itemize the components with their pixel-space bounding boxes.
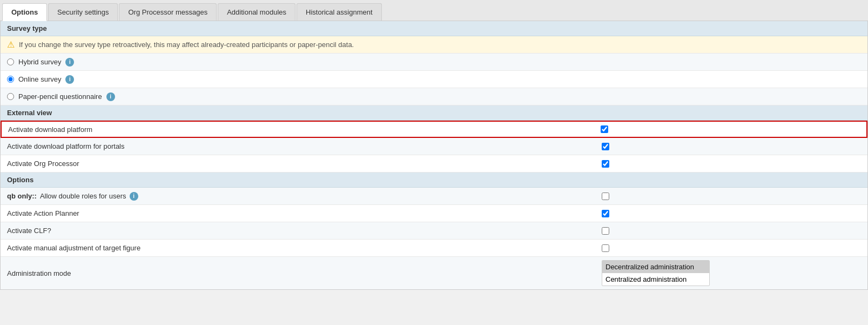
- hybrid-label: Hybrid survey: [18, 58, 61, 66]
- activate-action-planner-row: Activate Action Planner: [1, 205, 867, 222]
- online-survey-row: Online survey i: [1, 71, 867, 88]
- warning-text: If you change the survey type retroactiv…: [19, 41, 354, 49]
- activate-download-row: Activate download platform: [1, 121, 867, 138]
- tabs-container: Options Security settings Org Processor …: [0, 0, 868, 21]
- activate-org-processor-label: Activate Org Processor: [7, 160, 602, 168]
- online-label: Online survey: [18, 75, 61, 83]
- qb-only-checkbox[interactable]: [602, 193, 609, 200]
- administration-mode-label: Administration mode: [7, 269, 602, 277]
- qb-only-label: qb only:: Allow double roles for users i: [7, 192, 602, 201]
- tab-options[interactable]: Options: [2, 3, 47, 21]
- qb-only-row: qb only:: Allow double roles for users i: [1, 188, 867, 205]
- warning-icon: ⚠: [7, 39, 15, 50]
- qb-label2: Allow double roles for users: [40, 192, 126, 200]
- activate-download-portals-row: Activate download platform for portals: [1, 138, 867, 155]
- activate-org-processor-checkbox[interactable]: [602, 160, 609, 168]
- activate-download-control: [601, 125, 860, 133]
- activate-org-processor-control: [602, 160, 861, 168]
- survey-type-header: Survey type: [1, 21, 867, 36]
- paper-info-icon[interactable]: i: [106, 92, 115, 101]
- administration-mode-control: Decentralized administration Centralized…: [602, 260, 861, 286]
- hybrid-radio[interactable]: [7, 58, 14, 65]
- hybrid-survey-row: Hybrid survey i: [1, 54, 867, 71]
- activate-clf-row: Activate CLF?: [1, 222, 867, 240]
- activate-download-checkbox[interactable]: [601, 125, 608, 133]
- admin-option-decentralized[interactable]: Decentralized administration: [602, 261, 709, 273]
- hybrid-info-icon[interactable]: i: [65, 58, 74, 67]
- activate-action-planner-control: [602, 210, 861, 217]
- administration-mode-select[interactable]: Decentralized administration Centralized…: [602, 260, 710, 286]
- tab-historical[interactable]: Historical assignment: [297, 3, 382, 21]
- warning-row: ⚠ If you change the survey type retroact…: [1, 36, 867, 54]
- activate-clf-control: [602, 227, 861, 235]
- main-content: Survey type ⚠ If you change the survey t…: [0, 21, 868, 290]
- activate-manual-checkbox[interactable]: [602, 244, 609, 252]
- online-info-icon[interactable]: i: [65, 75, 74, 84]
- activate-download-portals-label: Activate download platform for portals: [7, 142, 602, 150]
- qb-bold-label: qb only::: [7, 192, 37, 200]
- activate-clf-checkbox[interactable]: [602, 227, 609, 235]
- external-view-header: External view: [1, 105, 867, 121]
- activate-manual-control: [602, 244, 861, 252]
- activate-download-portals-control: [602, 143, 861, 150]
- qb-info-icon[interactable]: i: [130, 192, 138, 201]
- activate-action-planner-checkbox[interactable]: [602, 210, 609, 217]
- tab-security[interactable]: Security settings: [48, 3, 118, 21]
- options-header: Options: [1, 173, 867, 188]
- activate-download-portals-checkbox[interactable]: [602, 143, 609, 150]
- online-radio[interactable]: [7, 76, 14, 83]
- paper-label: Paper-pencil questionnaire: [18, 92, 102, 101]
- activate-manual-row: Activate manual adjustment of target fig…: [1, 240, 867, 257]
- activate-download-label: Activate download platform: [8, 125, 601, 134]
- administration-mode-row: Administration mode Decentralized admini…: [1, 257, 867, 289]
- tab-processor[interactable]: Org Processor messages: [119, 3, 217, 21]
- activate-org-processor-row: Activate Org Processor: [1, 155, 867, 173]
- admin-option-centralized[interactable]: Centralized administration: [602, 273, 709, 286]
- qb-only-control: [602, 193, 861, 200]
- activate-clf-label: Activate CLF?: [7, 227, 602, 235]
- activate-manual-label: Activate manual adjustment of target fig…: [7, 244, 602, 252]
- tab-modules[interactable]: Additional modules: [218, 3, 295, 21]
- paper-survey-row: Paper-pencil questionnaire i: [1, 88, 867, 105]
- activate-action-planner-label: Activate Action Planner: [7, 209, 602, 217]
- paper-radio[interactable]: [7, 93, 14, 100]
